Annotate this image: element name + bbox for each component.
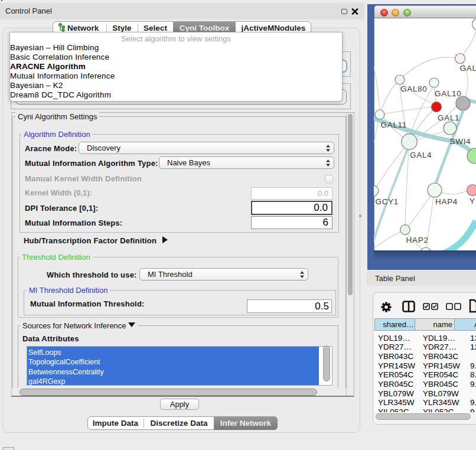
svg-text:Y: Y <box>470 197 475 206</box>
svg-text:GCY1: GCY1 <box>376 197 399 206</box>
svg-text:GAL4: GAL4 <box>410 151 432 159</box>
svg-text:HAP2: HAP2 <box>406 236 429 244</box>
svg-text:GAL1: GAL1 <box>438 113 459 122</box>
svg-text:GAL10: GAL10 <box>435 89 462 98</box>
svg-text:HAP4: HAP4 <box>435 197 458 206</box>
svg-text:GAL: GAL <box>460 64 476 73</box>
svg-text:GAL11: GAL11 <box>381 120 407 129</box>
svg-text:GAL80: GAL80 <box>400 84 428 93</box>
svg-text:SWI4: SWI4 <box>450 137 471 146</box>
